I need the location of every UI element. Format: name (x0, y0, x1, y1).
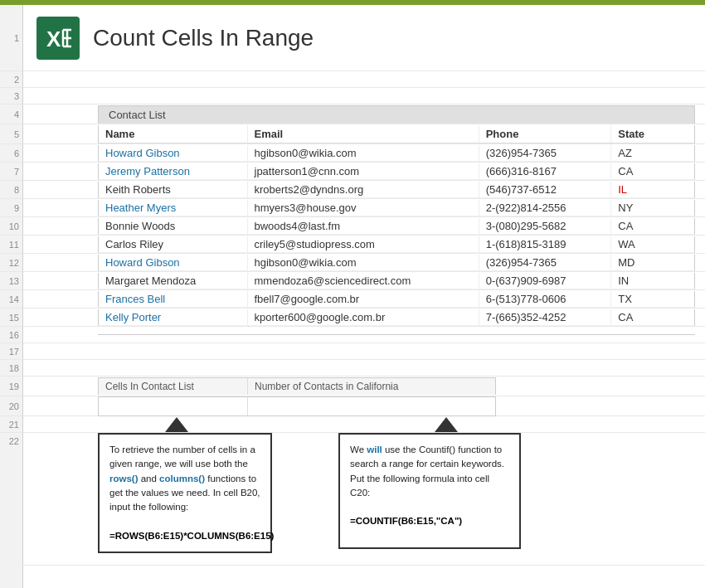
contact-name: Howard Gibson (99, 145, 248, 161)
col-header-state: State (611, 125, 694, 143)
contact-name: Keith Roberts (99, 182, 248, 197)
contact-name: Kelly Porter (99, 309, 248, 325)
contact-name: Frances Bell (99, 291, 248, 307)
contact-email: criley5@studiopress.com (248, 236, 479, 252)
contact-state: MD (611, 255, 694, 270)
contact-row: 12 Howard Gibson hgibson0@wikia.com (326… (0, 254, 705, 272)
row-3: 3 (0, 88, 705, 104)
contact-phone: 6-(513)778-0606 (479, 291, 612, 307)
summary-col2-header: Number of Contacts in California (248, 378, 489, 395)
contact-row: 9 Heather Myers hmyers3@house.gov 2-(922… (0, 199, 705, 217)
svg-text:X: X (46, 27, 61, 51)
callout-box-1: To retrieve the number of cells in a giv… (98, 433, 272, 553)
contact-row: 6 Howard Gibson hgibson0@wikia.com (326)… (0, 144, 705, 163)
col-header-email: Email (248, 125, 479, 143)
contact-name: Carlos Riley (99, 236, 248, 252)
contact-phone: (326)954-7365 (479, 255, 612, 270)
contact-name: Jeremy Patterson (99, 163, 248, 179)
contact-state: WA (611, 236, 694, 252)
contact-rows: 6 Howard Gibson hgibson0@wikia.com (326)… (0, 144, 705, 327)
row-5: 5 Name Email Phone State (0, 124, 705, 144)
app-header-row: 1 X Count Cells In Range (0, 5, 705, 71)
contact-phone: (326)954-7365 (479, 145, 612, 161)
contact-phone: (546)737-6512 (479, 182, 612, 197)
row-20: 20 (0, 396, 705, 416)
contact-row: 8 Keith Roberts kroberts2@dyndns.org (54… (0, 181, 705, 199)
contact-name: Heather Myers (99, 200, 248, 216)
excel-logo-box: X (36, 17, 80, 60)
contact-state: IN (611, 273, 694, 289)
callout1-columns-func: columns() (159, 474, 205, 484)
row-16: 16 (0, 327, 705, 343)
callout2-formula: =COUNTIF(B6:E15,"CA") (350, 516, 462, 526)
contact-email: kroberts2@dyndns.org (248, 182, 479, 197)
page-title: Count Cells In Range (93, 25, 314, 51)
contact-row: 15 Kelly Porter kporter600@google.com.br… (0, 309, 705, 327)
contact-email: hgibson0@wikia.com (248, 255, 479, 270)
contact-row: 10 Bonnie Woods bwoods4@last.fm 3-(080)2… (0, 217, 705, 236)
contact-row: 7 Jeremy Patterson jpatterson1@cnn.com (… (0, 163, 705, 181)
row-21: 21 (0, 416, 705, 433)
contact-row: 14 Frances Bell fbell7@google.com.br 6-(… (0, 290, 705, 309)
callout2-will: will (367, 445, 382, 454)
contact-email: mmendoza6@sciencedirect.com (248, 273, 479, 289)
row-18: 18 (0, 360, 705, 377)
contact-phone: 1-(618)815-3189 (479, 236, 612, 252)
callout1-arrow (165, 417, 188, 432)
contact-list-title: Contact List (98, 105, 695, 124)
callout1-rows-func: rows() (109, 474, 139, 484)
row-4: 4 Contact List (0, 104, 705, 124)
col-header-name: Name (99, 125, 248, 143)
summary-col1-value (99, 397, 248, 415)
contact-email: bwoods4@last.fm (248, 218, 479, 234)
row-remaining (0, 566, 705, 588)
contact-name: Howard Gibson (99, 255, 248, 270)
contact-state: CA (611, 163, 694, 179)
callout2-arrow (435, 417, 458, 432)
contact-row: 11 Carlos Riley criley5@studiopress.com … (0, 236, 705, 254)
contact-email: kporter600@google.com.br (248, 309, 479, 325)
contact-state: NY (611, 200, 694, 216)
contact-phone: 7-(665)352-4252 (479, 309, 612, 325)
callout1-formula: =ROWS(B6:E15)*COLUMNS(B6:E15) (109, 531, 274, 541)
summary-col2-value (248, 397, 489, 415)
contact-name: Bonnie Woods (99, 218, 248, 234)
contact-phone: 0-(637)909-6987 (479, 273, 612, 289)
contact-email: hgibson0@wikia.com (248, 145, 479, 161)
contact-row: 13 Margaret Mendoza mmendoza6@sciencedir… (0, 272, 705, 290)
row-19: 19 Cells In Contact List Number of Conta… (0, 377, 705, 396)
contact-state: CA (611, 218, 694, 234)
contact-phone: 3-(080)295-5682 (479, 218, 612, 234)
contact-state: AZ (611, 145, 694, 161)
contact-email: jpatterson1@cnn.com (248, 163, 479, 179)
col-header-phone: Phone (479, 125, 612, 143)
row-17: 17 (0, 343, 705, 360)
contact-state: IL (611, 182, 694, 197)
contact-state: CA (611, 309, 694, 325)
summary-col1-header: Cells In Contact List (99, 378, 248, 395)
contact-email: hmyers3@house.gov (248, 200, 479, 216)
contact-name: Margaret Mendoza (99, 273, 248, 289)
excel-x-icon: X (43, 23, 73, 53)
contact-phone: 2-(922)814-2556 (479, 200, 612, 216)
contact-state: TX (611, 291, 694, 307)
contact-email: fbell7@google.com.br (248, 291, 479, 307)
row-2: 2 (0, 71, 705, 88)
contact-phone: (666)316-8167 (479, 163, 612, 179)
app-header: X Count Cells In Range (36, 17, 314, 60)
callout-section: 22 To retrieve the number of cells in a … (0, 433, 705, 566)
callout-box-2: We will use the Countif() function to se… (338, 433, 521, 549)
